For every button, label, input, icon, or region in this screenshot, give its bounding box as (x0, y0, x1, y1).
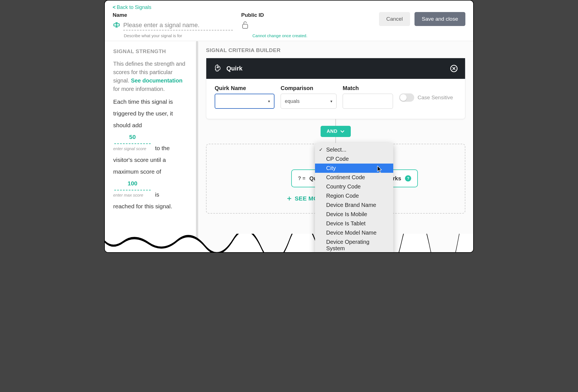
quirk-card-title: Quirk (226, 65, 242, 72)
comparison-select[interactable]: equals▾ (281, 94, 337, 109)
dropdown-item[interactable]: Device Brand Name (315, 200, 393, 210)
cancel-button[interactable]: Cancel (379, 12, 410, 26)
signal-score-input[interactable]: 50 (114, 131, 151, 144)
window: Back to Signals Name Describe what your … (105, 1, 473, 252)
sidebar: SIGNAL STRENGTH This defines the strengt… (105, 41, 198, 252)
criteria-builder-title: SIGNAL CRITERIA BUILDER (206, 47, 465, 53)
help-icon[interactable]: ? (405, 175, 411, 181)
quirk-name-dropdown[interactable]: Select...CP CodeCityContinent CodeCountr… (315, 143, 393, 252)
chevron-down-icon (340, 130, 345, 133)
name-hint: Describe what your signal is for (124, 33, 233, 38)
comparison-label: Comparison (281, 85, 337, 91)
unlock-icon (241, 20, 347, 30)
top-bar: Back to Signals Name Describe what your … (105, 1, 473, 41)
signal-strength-description: This defines the strength and scores for… (113, 60, 190, 93)
svg-rect-0 (243, 24, 248, 29)
signal-name-input[interactable] (123, 20, 233, 30)
public-id-label: Public ID (241, 12, 347, 18)
dropdown-item[interactable]: Device Is Tablet (315, 219, 393, 228)
quirk-name-select[interactable]: ▾ (215, 94, 274, 109)
sidebar-scrollbar[interactable] (196, 41, 198, 252)
name-label: Name (113, 12, 233, 18)
plus-icon (286, 196, 292, 201)
quirk-name-label: Quirk Name (215, 85, 274, 91)
signal-strength-narrative: Each time this signal is triggered by th… (113, 96, 190, 212)
signal-strength-heading: SIGNAL STRENGTH (113, 48, 190, 55)
main-panel: SIGNAL CRITERIA BUILDER Quirk (198, 41, 473, 252)
dropdown-item[interactable]: City (315, 164, 393, 173)
connector-line (335, 119, 336, 126)
case-sensitive-toggle[interactable] (399, 93, 414, 102)
save-button[interactable]: Save and close (414, 12, 465, 26)
dropdown-item[interactable]: CP Code (315, 154, 393, 164)
logic-operator-chip[interactable]: AND (321, 126, 351, 137)
dropdown-item[interactable]: Region Code (315, 191, 393, 200)
documentation-link[interactable]: See documentation (131, 77, 182, 84)
dropdown-item[interactable]: Device Model Name (315, 228, 393, 237)
rename-icon (113, 22, 120, 29)
public-id-field: Public ID Cannot change once created. (241, 12, 347, 38)
match-label: Match (343, 85, 393, 91)
dropdown-item[interactable]: Country Code (315, 182, 393, 191)
quirk-card: Quirk Quirk Name ▾ Comparison equals▾ (206, 58, 465, 119)
dropdown-item[interactable]: Device Operating System (315, 237, 393, 252)
name-field: Name Describe what your signal is for (113, 12, 233, 38)
public-id-hint: Cannot change once created. (252, 33, 347, 38)
back-to-signals-link[interactable]: Back to Signals (113, 4, 151, 10)
dropdown-item[interactable]: Device Is Mobile (315, 210, 393, 219)
match-input[interactable] (343, 94, 393, 109)
query-string-icon: ? = (298, 176, 305, 181)
dropdown-item-select[interactable]: Select... (315, 145, 393, 154)
dropdown-item[interactable]: Continent Code (315, 173, 393, 182)
max-score-hint: enter max score (113, 191, 152, 199)
close-icon[interactable] (450, 65, 458, 72)
signal-score-hint: enter signal score (113, 145, 152, 153)
head-icon (214, 64, 222, 73)
case-sensitive-label: Case Sensitive (418, 95, 453, 101)
max-score-input[interactable]: 100 (114, 178, 151, 190)
